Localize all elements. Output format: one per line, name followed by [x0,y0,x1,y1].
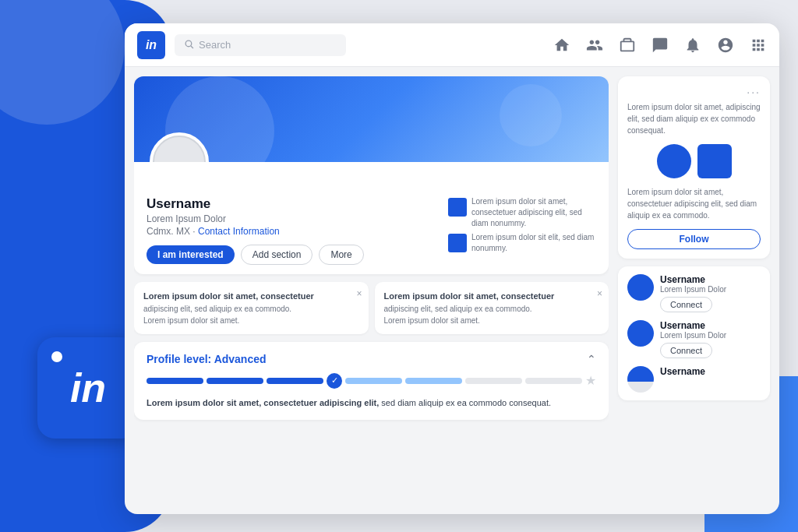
people-nav-icon[interactable] [586,37,603,54]
main-column: Username Lorem Ipsum Dolor Cdmx. MX · Co… [134,76,609,505]
search-bar[interactable]: Search [175,34,346,56]
stat-item-2: Lorem ipsum dolor sit elit, sed diam non… [448,232,596,254]
progress-check-icon: ✓ [327,373,342,389]
content-area: Username Lorem Ipsum Dolor Cdmx. MX · Co… [125,67,779,514]
progress-seg-7 [525,378,582,384]
nav-logo[interactable]: in [137,31,165,59]
person-2-title: Lorem Ipsum Dolor [660,331,761,340]
interested-button[interactable]: I am interested [147,245,235,264]
search-placeholder-text: Search [199,39,231,51]
contact-info-link[interactable]: Contact Information [198,226,280,237]
suggestion-body-text: Lorem ipsum dolor sit amet, consectetuer… [627,186,761,221]
info-card-2-body: adipiscing elit, sed aliquip ex ea commo… [384,303,600,326]
svg-point-0 [185,41,192,47]
avatar-inner [153,136,206,162]
follow-button[interactable]: Follow [627,229,761,249]
profile-location: Cdmx. MX · Contact Information [147,226,436,237]
progress-seg-4 [345,378,402,384]
profile-actions: I am interested Add section More [147,245,436,265]
add-section-button[interactable]: Add section [241,245,313,265]
person-3-info: Username [660,366,761,377]
search-icon [184,39,194,51]
stat-text-1: Lorem ipsum dolor sit amet, consectetuer… [471,196,596,229]
more-button[interactable]: More [319,245,363,265]
person-2-info: Username Lorem Ipsum Dolor Connect [660,320,761,358]
person-3-name: Username [660,366,761,377]
profile-stats: Lorem ipsum dolor sit amet, consectetuer… [448,196,596,265]
progress-seg-2 [207,378,263,384]
account-nav-icon[interactable] [717,37,734,54]
stat-icon-1 [448,198,467,217]
suggestion-card: ··· Lorem ipsum dolor sit amet, adipisci… [618,76,770,259]
close-card-1-button[interactable]: × [356,287,362,301]
info-card-2-title: Lorem ipsum dolor sit amet, consectetuer [384,290,600,303]
profile-level-card: Profile level: Advanced ⌃ ✓ ★ Lorem [134,342,609,421]
info-card-1-body: adipiscing elit, sed aliquip ex ea commo… [143,303,359,326]
suggestion-menu-icon[interactable]: ··· [747,86,761,98]
messaging-nav-icon[interactable] [651,37,669,54]
stat-item-1: Lorem ipsum dolor sit amet, consectetuer… [448,196,596,229]
profile-level-description: Lorem ipsum dolor sit amet, consectetuer… [147,396,596,410]
suggestion-avatar-circle [657,144,691,178]
people-list-card: Username Lorem Ipsum Dolor Connect Usern… [618,266,770,400]
browser-window: in Search [125,23,779,514]
jobs-nav-icon[interactable] [619,37,636,54]
profile-info-area: Username Lorem Ipsum Dolor Cdmx. MX · Co… [134,162,609,274]
person-1-name: Username [660,274,761,285]
info-card-2: × Lorem ipsum dolor sit amet, consectetu… [375,282,609,334]
info-card-1: × Lorem ipsum dolor sit amet, consectetu… [134,282,369,334]
progress-seg-3 [267,378,323,384]
person-2-name: Username [660,320,761,331]
profile-level-header: Profile level: Advanced ⌃ [147,353,596,365]
person-row-3: Username [627,366,761,393]
person-row-2: Username Lorem Ipsum Dolor Connect [627,320,761,358]
person-1-info: Username Lorem Ipsum Dolor Connect [660,274,761,312]
stat-text-2: Lorem ipsum dolor sit elit, sed diam non… [471,232,596,254]
info-cards-row: × Lorem ipsum dolor sit amet, consectetu… [134,282,609,334]
collapse-level-icon[interactable]: ⌃ [587,353,596,365]
svg-line-1 [191,45,193,48]
progress-seg-6 [465,378,522,384]
suggestion-description: Lorem ipsum dolor sit amet, adipiscing e… [627,101,761,136]
right-column: ··· Lorem ipsum dolor sit amet, adipisci… [618,76,770,505]
progress-bar: ✓ ★ [147,373,596,389]
suggestion-card-header: ··· [627,86,761,98]
linkedin-big-logo: in [37,337,139,439]
person-2-connect-button[interactable]: Connect [660,343,712,358]
profile-title: Lorem Ipsum Dolor [147,213,436,224]
profile-avatar-wrap [150,132,209,162]
person-1-title: Lorem Ipsum Dolor [660,285,761,294]
notifications-nav-icon[interactable] [684,37,701,54]
nav-bar: in Search [125,23,779,67]
person-1-avatar [627,274,654,301]
progress-seg-1 [147,378,203,384]
stat-icon-2 [448,234,467,252]
nav-icons [553,37,767,54]
info-card-1-title: Lorem ipsum dolor sit amet, consectetuer [143,290,359,303]
profile-level-title: Profile level: Advanced [147,353,267,365]
profile-left: Username Lorem Ipsum Dolor Cdmx. MX · Co… [147,196,436,265]
logo-dot [51,351,62,362]
person-3-avatar [627,366,654,393]
logo-in-text: in [70,368,106,408]
suggestion-avatar-square [697,144,732,178]
profile-banner [134,76,609,162]
progress-seg-5 [405,378,462,384]
profile-card: Username Lorem Ipsum Dolor Cdmx. MX · Co… [134,76,609,274]
profile-name: Username [147,196,436,212]
home-nav-icon[interactable] [553,37,570,54]
close-card-2-button[interactable]: × [597,287,602,301]
profile-avatar [150,132,209,162]
person-1-connect-button[interactable]: Connect [660,297,712,312]
grid-nav-icon[interactable] [750,37,767,54]
progress-star-icon[interactable]: ★ [585,373,596,388]
nav-logo-text: in [146,38,157,52]
person-row-1: Username Lorem Ipsum Dolor Connect [627,274,761,312]
suggestion-icons [627,144,761,178]
person-2-avatar [627,320,654,347]
